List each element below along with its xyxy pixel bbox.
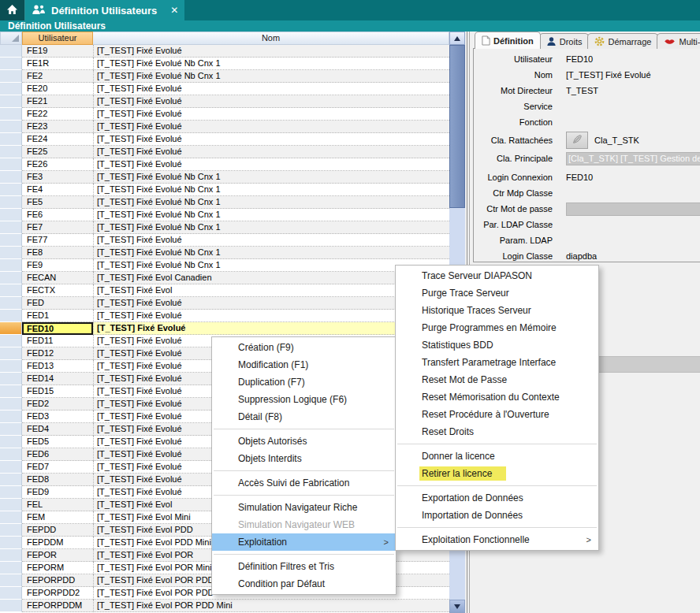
row-gutter-cell[interactable]	[0, 549, 22, 562]
field-value[interactable]: [T_TEST] Fixé Evolué	[566, 70, 651, 80]
column-header-utilisateur[interactable]: Utilisateur	[22, 32, 93, 45]
cell-utilisateur[interactable]: FEPDDM	[22, 537, 93, 549]
cell-utilisateur[interactable]: FE21	[22, 95, 93, 108]
row-gutter-cell[interactable]	[0, 284, 22, 297]
cell-utilisateur[interactable]: FE1R	[22, 58, 93, 70]
select-all-corner[interactable]	[0, 32, 22, 45]
row-gutter-cell[interactable]	[0, 511, 22, 524]
row-gutter-cell[interactable]	[0, 221, 22, 234]
cell-nom[interactable]: [T_TEST] Fixé Evolué	[93, 83, 449, 95]
tab-definition-utilisateurs[interactable]: Définition Utilisateurs ✕	[25, 0, 184, 20]
cell-utilisateur[interactable]: FED	[22, 297, 93, 310]
field-value[interactable]: FED10	[566, 54, 593, 64]
row-gutter-cell[interactable]	[0, 347, 22, 360]
menu-item-reset-mot-de-passe[interactable]: Reset Mot de Passe	[396, 371, 598, 388]
row-gutter-cell[interactable]	[0, 524, 22, 537]
cell-utilisateur[interactable]: FED13	[22, 360, 93, 373]
cell-utilisateur[interactable]: FE8	[22, 247, 93, 259]
row-gutter-cell[interactable]	[0, 385, 22, 398]
cell-utilisateur[interactable]: FED12	[22, 347, 93, 360]
cell-utilisateur[interactable]: FE9	[22, 259, 93, 272]
row-gutter-cell[interactable]	[0, 196, 22, 209]
row-gutter-cell[interactable]	[0, 486, 22, 499]
cell-utilisateur[interactable]: FED9	[22, 486, 93, 499]
table-row[interactable]: FE24[T_TEST] Fixé Evolué	[0, 133, 449, 146]
cell-utilisateur[interactable]: FE26	[22, 158, 93, 171]
cell-utilisateur[interactable]: FE7	[22, 221, 93, 234]
menu-item-d-tail-f8-[interactable]: Détail (F8)	[212, 408, 396, 425]
table-row[interactable]: FE22[T_TEST] Fixé Evolué	[0, 108, 449, 121]
cell-utilisateur[interactable]: FE20	[22, 83, 93, 95]
table-row-selected[interactable]: FED10[T_TEST] Fixé Evolué	[0, 322, 449, 335]
cell-utilisateur[interactable]: FEM	[22, 511, 93, 524]
table-row[interactable]: FE9[T_TEST] Fixé Evolué Nb Cnx 1	[0, 259, 449, 272]
home-tab[interactable]	[0, 0, 25, 20]
field-value[interactable]: diapdba	[566, 251, 597, 261]
table-row[interactable]: FECTX[T_TEST] Fixé Evol	[0, 284, 449, 297]
row-gutter-cell[interactable]	[0, 45, 22, 58]
menu-item-purge-programmes-en-m-moire[interactable]: Purge Programmes en Mémoire	[396, 319, 598, 336]
table-row[interactable]: FE20[T_TEST] Fixé Evolué	[0, 83, 449, 95]
menu-item-d-finition-filtres-et-tris[interactable]: Définition Filtres et Tris	[212, 558, 396, 575]
table-row[interactable]: FEPORPDDM[T_TEST] Fixé Evol POR PDD Mini	[0, 600, 449, 612]
field-value[interactable]: T_TEST	[566, 86, 598, 95]
row-gutter-cell[interactable]	[0, 411, 22, 423]
cell-nom[interactable]: [T_TEST] Fixé Evolué Nb Cnx 1	[93, 221, 449, 234]
cell-utilisateur[interactable]: FEPDD	[22, 524, 93, 537]
menu-item-exploitation-fonctionnelle[interactable]: Exploitation Fonctionnelle>	[396, 531, 598, 548]
row-gutter-cell[interactable]	[0, 70, 22, 83]
menu-item-reset-m-morisation-du-contexte[interactable]: Reset Mémorisation du Contexte	[396, 388, 598, 406]
row-gutter-cell[interactable]	[0, 247, 22, 259]
scrollbar-thumb[interactable]	[449, 45, 465, 208]
cell-utilisateur[interactable]: FED1	[22, 310, 93, 322]
row-gutter-cell[interactable]	[0, 537, 22, 549]
cell-nom[interactable]: [T_TEST] Fixé Evolué	[93, 45, 449, 58]
row-gutter-cell[interactable]	[0, 448, 22, 461]
menu-item-transfert-parametrage-interface[interactable]: Transfert Parametrage Interface	[396, 354, 598, 371]
row-gutter-cell[interactable]	[0, 322, 22, 335]
cell-utilisateur[interactable]: FEPOR	[22, 549, 93, 562]
cell-nom[interactable]: [T_TEST] Fixé Evolué	[93, 146, 449, 158]
cell-nom[interactable]: [T_TEST] Fixé Evolué Nb Cnx 1	[93, 247, 449, 259]
table-row[interactable]: FE5[T_TEST] Fixé Evolué Nb Cnx 1	[0, 196, 449, 209]
row-gutter-cell[interactable]	[0, 58, 22, 70]
row-gutter-cell[interactable]	[0, 171, 22, 184]
tab-multi-lan[interactable]: Multi-Lan	[657, 33, 700, 49]
menu-item-objets-interdits[interactable]: Objets Interdits	[212, 450, 396, 467]
cell-nom[interactable]: [T_TEST] Fixé Evolué Nb Cnx 1	[93, 70, 449, 83]
tab-d-marrage[interactable]: Démarrage	[587, 33, 658, 49]
field-value[interactable]: FED10	[566, 173, 593, 182]
close-icon[interactable]: ✕	[170, 5, 178, 16]
cell-utilisateur[interactable]: FE24	[22, 133, 93, 146]
menu-item-trace-serveur-diapason[interactable]: Trace Serveur DIAPASON	[396, 267, 598, 284]
cell-utilisateur[interactable]: FEPORPDD	[22, 574, 93, 587]
menu-item-historique-traces-serveur[interactable]: Historique Traces Serveur	[396, 302, 598, 319]
cell-utilisateur[interactable]: FE23	[22, 121, 93, 133]
cell-utilisateur[interactable]: FED10	[22, 322, 93, 335]
row-gutter-cell[interactable]	[0, 360, 22, 373]
row-gutter-cell[interactable]	[0, 461, 22, 474]
cell-utilisateur[interactable]: FED8	[22, 474, 93, 486]
table-row[interactable]: FED[T_TEST] Fixé Evolué	[0, 297, 449, 310]
cell-utilisateur[interactable]: FE5	[22, 196, 93, 209]
cell-utilisateur[interactable]: FE4	[22, 184, 93, 196]
scroll-down-button[interactable]	[449, 600, 465, 613]
cell-utilisateur[interactable]: FEPORPDD2	[22, 587, 93, 600]
menu-item-retirer-la-licence[interactable]: Retirer la licence	[396, 465, 598, 482]
cell-utilisateur[interactable]: FED4	[22, 423, 93, 436]
table-row[interactable]: FE8[T_TEST] Fixé Evolué Nb Cnx 1	[0, 247, 449, 259]
table-row[interactable]: FE4[T_TEST] Fixé Evolué Nb Cnx 1	[0, 184, 449, 196]
table-row[interactable]: FE77[T_TEST] Fixé Evolué	[0, 234, 449, 247]
cell-utilisateur[interactable]: FE25	[22, 146, 93, 158]
row-gutter-cell[interactable]	[0, 272, 22, 284]
menu-item-suppression-logique-f6-[interactable]: Suppression Logique (F6)	[212, 391, 396, 408]
menu-item-reset-proc-dure-l-ouverture[interactable]: Reset Procédure à l'Ouverture	[396, 406, 598, 423]
menu-item-reset-droits[interactable]: Reset Droits	[396, 423, 598, 440]
menu-item-cr-ation-f9-[interactable]: Création (F9)	[212, 339, 396, 356]
table-row[interactable]: FE19[T_TEST] Fixé Evolué	[0, 45, 449, 58]
row-gutter-cell[interactable]	[0, 423, 22, 436]
menu-item-purge-trace-serveur[interactable]: Purge Trace Serveur	[396, 284, 598, 302]
cell-utilisateur[interactable]: FEL	[22, 499, 93, 511]
menu-item-importation-de-donn-es[interactable]: Importation de Données	[396, 507, 598, 524]
cell-nom[interactable]: [T_TEST] Fixé Evolué Nb Cnx 1	[93, 184, 449, 196]
